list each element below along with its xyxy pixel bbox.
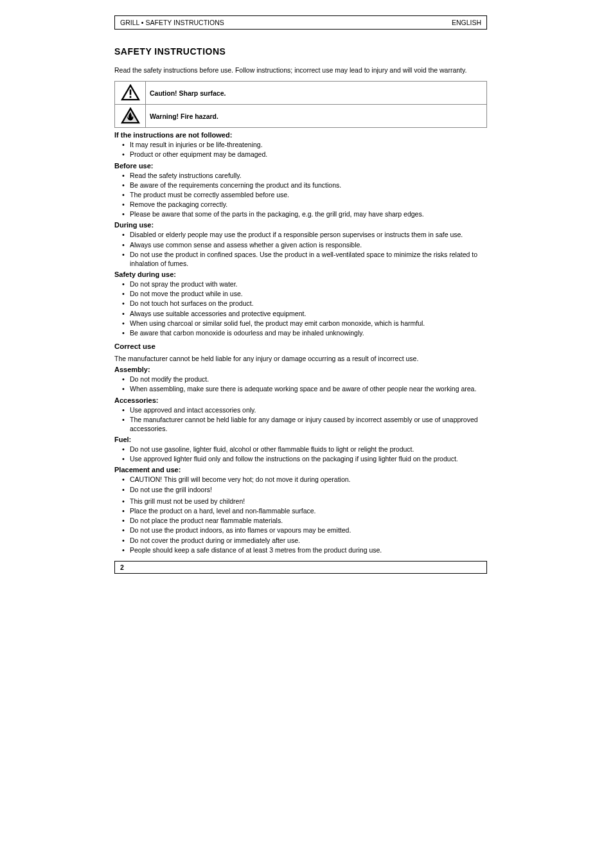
- list-item: Do not use the product indoors, as into …: [123, 526, 487, 535]
- correct-use-intro: The manufacturer cannot be held liable f…: [114, 354, 487, 363]
- list-item: The manufacturer cannot be held liable f…: [123, 415, 487, 433]
- list-item: Be aware that carbon monoxide is odourle…: [123, 328, 487, 337]
- group-title: Safety during use:: [114, 270, 487, 278]
- group-title: During use:: [114, 221, 487, 229]
- bullet-list: Read the safety instructions carefully.B…: [114, 171, 487, 219]
- bullet-list: Disabled or elderly people may use the p…: [114, 230, 487, 268]
- bullet-list: Use approved and intact accessories only…: [114, 405, 487, 434]
- list-item: Use approved and intact accessories only…: [123, 405, 487, 414]
- group-title: Placement and use:: [114, 466, 487, 474]
- list-item: It may result in injuries or be life-thr…: [123, 140, 487, 149]
- warning-text: Warning! Fire hazard.: [146, 105, 487, 128]
- group-title: Assembly:: [114, 366, 487, 373]
- fire-icon: [115, 105, 146, 128]
- section-title: SAFETY INSTRUCTIONS: [114, 46, 487, 57]
- list-item: When assembling, make sure there is adeq…: [123, 384, 487, 393]
- svg-rect-1: [129, 89, 131, 94]
- list-item: Do not modify the product.: [123, 375, 487, 384]
- list-item: Disabled or elderly people may use the p…: [123, 230, 487, 239]
- list-item: Do not cover the product during or immed…: [123, 536, 487, 545]
- header-right: ENGLISH: [452, 19, 481, 26]
- bullet-list: Do not spray the product with water.Do n…: [114, 279, 487, 337]
- list-item: Do not use the grill indoors!: [123, 485, 487, 494]
- group-title: Fuel:: [114, 436, 487, 443]
- header-left: GRILL • SAFETY INSTRUCTIONS: [120, 19, 224, 26]
- list-item: Always use suitable accessories and prot…: [123, 309, 487, 318]
- page-header: GRILL • SAFETY INSTRUCTIONS ENGLISH: [114, 15, 487, 30]
- bullet-list: CAUTION! This grill will become very hot…: [114, 475, 487, 493]
- warning-row: Warning! Fire hazard.: [115, 105, 487, 128]
- list-item: Product or other equipment may be damage…: [123, 150, 487, 159]
- list-item: Please be aware that some of the parts i…: [123, 209, 487, 218]
- intro-paragraph: Read the safety instructions before use.…: [114, 66, 487, 75]
- group-title: Accessories:: [114, 396, 487, 404]
- bullet-list: It may result in injuries or be life-thr…: [114, 140, 487, 159]
- bullet-list: Do not use gasoline, lighter fluid, alco…: [114, 445, 487, 463]
- page-footer: 2: [114, 561, 487, 574]
- list-item: Be aware of the requirements concerning …: [123, 181, 487, 190]
- list-item: Do not touch hot surfaces on the product…: [123, 299, 487, 308]
- caution-icon: [115, 82, 146, 105]
- page-number: 2: [120, 563, 124, 571]
- correct-use-heading: Correct use: [114, 342, 487, 350]
- list-item: CAUTION! This grill will become very hot…: [123, 475, 487, 484]
- list-item: When using charcoal or similar solid fue…: [123, 319, 487, 328]
- warning-text: Caution! Sharp surface.: [146, 82, 487, 105]
- list-item: Do not move the product while in use.: [123, 289, 487, 298]
- list-item: Do not use the product in confined space…: [123, 250, 487, 268]
- list-item: Place the product on a hard, level and n…: [123, 506, 487, 515]
- list-item: Remove the packaging correctly.: [123, 200, 487, 209]
- group-title: If the instructions are not followed:: [114, 131, 487, 139]
- list-item: Use approved lighter fluid only and foll…: [123, 454, 487, 463]
- bullet-list: Do not modify the product.When assemblin…: [114, 375, 487, 393]
- bullet-list: This grill must not be used by children!…: [114, 497, 487, 554]
- list-item: This grill must not be used by children!: [123, 497, 487, 506]
- list-item: Read the safety instructions carefully.: [123, 171, 487, 180]
- list-item: People should keep a safe distance of at…: [123, 545, 487, 554]
- list-item: Do not use gasoline, lighter fluid, alco…: [123, 445, 487, 454]
- group-title: Before use:: [114, 162, 487, 170]
- list-item: The product must be correctly assembled …: [123, 190, 487, 199]
- list-item: Always use common sense and assess wheth…: [123, 240, 487, 249]
- warning-row: Caution! Sharp surface.: [115, 82, 487, 105]
- svg-rect-2: [129, 96, 131, 98]
- warning-table: Caution! Sharp surface.Warning! Fire haz…: [114, 81, 487, 128]
- list-item: Do not place the product near flammable …: [123, 516, 487, 525]
- list-item: Do not spray the product with water.: [123, 279, 487, 288]
